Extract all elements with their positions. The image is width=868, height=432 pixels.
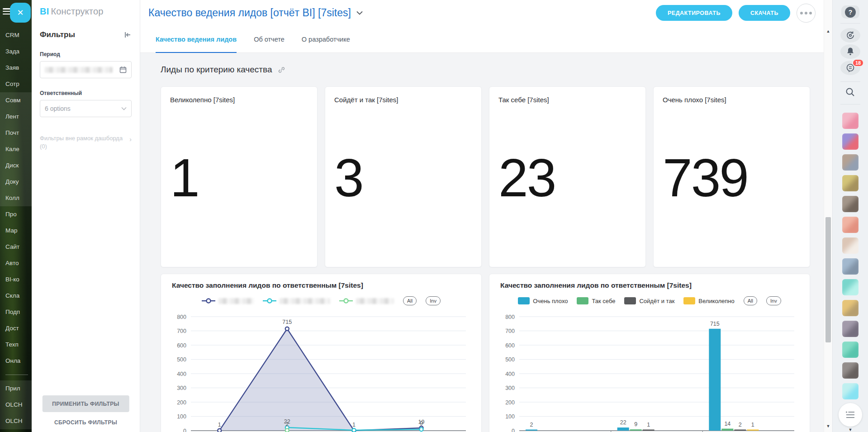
owner-select[interactable]: 6 options: [40, 100, 132, 117]
section-link-icon[interactable]: [278, 66, 285, 74]
sidebar-item-колл[interactable]: Колл: [0, 190, 32, 206]
sidebar-item-bi-ко[interactable]: BI-ко: [0, 271, 32, 288]
sidebar-item-прил[interactable]: Прил: [0, 380, 32, 397]
svg-text:14: 14: [724, 421, 730, 427]
svg-text:100: 100: [177, 413, 186, 420]
user-avatar-14[interactable]: [842, 383, 859, 399]
sidebar-item-дост[interactable]: Дост: [0, 320, 32, 337]
user-avatar-10[interactable]: [842, 300, 859, 316]
chat-badge: 18: [852, 59, 864, 67]
user-avatar-9[interactable]: [842, 279, 859, 295]
line-marker-icon: [202, 298, 215, 304]
legend-series-2[interactable]: [263, 298, 330, 304]
search-button[interactable]: [845, 87, 856, 98]
help-button[interactable]: ?: [841, 5, 859, 19]
sidebar-item-кале[interactable]: Кале: [0, 141, 32, 157]
legend-all-button[interactable]: All: [744, 296, 757, 305]
kpi-card-2: Сойдёт и так [7sites]3: [325, 86, 482, 267]
user-avatar-8[interactable]: [842, 258, 859, 275]
sidebar-item-сайт[interactable]: Сайт: [0, 239, 32, 255]
svg-text:200: 200: [177, 399, 186, 406]
edit-button[interactable]: РЕДАКТИРОВАТЬ: [656, 5, 732, 21]
user-avatar-12[interactable]: [842, 342, 859, 358]
content-scrollbar[interactable]: ▲ ▼: [824, 0, 832, 432]
scrollbar-thumb[interactable]: [825, 217, 831, 342]
legend-series-1[interactable]: [202, 298, 254, 304]
user-avatar-3[interactable]: [842, 154, 859, 171]
close-panel-button[interactable]: ✕: [10, 3, 31, 23]
user-avatar-6[interactable]: [842, 217, 859, 233]
svg-text:715: 715: [710, 321, 720, 327]
sidebar-item-зада[interactable]: Зада: [0, 43, 32, 60]
app-sidebar: ✕ CRMЗадаЗаявСотрСовмЛентПочтКалеДискДок…: [0, 0, 32, 432]
tab-2[interactable]: Об отчете: [254, 36, 285, 53]
legend-series-4[interactable]: Великолепно: [683, 297, 734, 304]
charts-row: Качество заполнения лидов по ответственн…: [161, 274, 810, 432]
download-button[interactable]: СКАЧАТЬ: [739, 5, 790, 21]
svg-text:9: 9: [634, 421, 637, 427]
sidebar-item-авто[interactable]: Авто: [0, 255, 32, 271]
sidebar-item-лент[interactable]: Лент: [0, 109, 32, 125]
sidebar-item-подп[interactable]: Подп: [0, 304, 32, 320]
title-dropdown-icon[interactable]: [356, 11, 363, 15]
collapse-panel-icon[interactable]: [123, 31, 132, 39]
question-icon: ?: [845, 7, 856, 18]
bar-chart-legend: Очень плохоТак себеСойдёт и такВеликолеп…: [500, 295, 799, 307]
messenger-button[interactable]: 18: [840, 61, 860, 75]
sidebar-item-olch[interactable]: OLCH: [0, 397, 32, 413]
legend-label-redacted: [356, 298, 394, 304]
sidebar-item-онла[interactable]: Онла: [0, 353, 32, 369]
kpi-title: Сойдёт и так [7sites]: [334, 96, 472, 104]
legend-label: Очень плохо: [533, 298, 568, 304]
legend-series-1[interactable]: Очень плохо: [518, 297, 568, 304]
user-avatar-11[interactable]: [842, 321, 859, 337]
user-avatar-2[interactable]: [842, 133, 859, 150]
calendar-icon[interactable]: [119, 66, 127, 73]
rail-menu-button[interactable]: [839, 403, 862, 427]
svg-text:800: 800: [177, 314, 186, 320]
period-input[interactable]: [40, 61, 132, 78]
bar-chart-title: Качество заполнения лидов по ответственн…: [500, 281, 799, 290]
apply-filters-button[interactable]: ПРИМЕНИТЬ ФИЛЬТРЫ: [42, 395, 129, 412]
reset-filters-button[interactable]: СБРОСИТЬ ФИЛЬТРЫ: [32, 419, 140, 426]
user-avatar-1[interactable]: [842, 113, 859, 129]
sidebar-item-доку[interactable]: Доку: [0, 174, 32, 190]
legend-all-button[interactable]: All: [403, 296, 417, 305]
user-avatar-13[interactable]: [842, 362, 859, 379]
user-avatar-5[interactable]: [842, 196, 859, 212]
tab-1[interactable]: Качество ведения лидов: [156, 36, 237, 53]
notifications-button[interactable]: [840, 44, 860, 59]
sidebar-item-сотр[interactable]: Сотр: [0, 76, 32, 92]
sidebar-item-crm[interactable]: CRM: [0, 27, 32, 43]
legend-label-redacted: [218, 298, 254, 304]
sidebar-item-заяв[interactable]: Заяв: [0, 60, 32, 76]
legend-inv-button[interactable]: Inv: [426, 296, 441, 305]
user-avatar-4[interactable]: [842, 175, 859, 191]
user-avatar-7[interactable]: [842, 237, 859, 254]
legend-series-3[interactable]: Сойдёт и так: [624, 297, 674, 304]
rail-scroll-down-icon[interactable]: ▼: [849, 427, 853, 432]
scroll-up-arrow-icon[interactable]: ▲: [824, 29, 832, 33]
outer-filters-link[interactable]: Фильтры вне рамок дашборда (0) ›: [40, 134, 132, 151]
legend-series-3[interactable]: [339, 298, 394, 304]
legend-inv-button[interactable]: Inv: [766, 296, 781, 305]
tab-3[interactable]: О разработчике: [302, 36, 350, 53]
sidebar-item-про[interactable]: Про: [0, 206, 32, 223]
svg-text:1: 1: [751, 422, 754, 428]
legend-swatch-icon: [683, 297, 695, 304]
sidebar-item-olch[interactable]: OLCH: [0, 413, 32, 429]
svg-text:2: 2: [530, 422, 533, 428]
sidebar-item-совм[interactable]: Совм: [0, 92, 32, 109]
updates-button[interactable]: [840, 28, 860, 43]
sidebar-item-диск[interactable]: Диск: [0, 157, 32, 174]
legend-series-2[interactable]: Так себе: [577, 297, 615, 304]
sidebar-item-мар[interactable]: Мар: [0, 223, 32, 239]
sidebar-item-почт[interactable]: Почт: [0, 125, 32, 141]
legend-swatch-icon: [624, 297, 636, 304]
sidebar-item-скла[interactable]: Скла: [0, 288, 32, 304]
more-actions-button[interactable]: [797, 4, 816, 23]
app-logo: BIКонструктор: [40, 6, 132, 17]
scroll-down-arrow-icon[interactable]: ▼: [824, 424, 832, 428]
sidebar-item-техп[interactable]: Техп: [0, 337, 32, 353]
sync-icon: [845, 30, 855, 40]
